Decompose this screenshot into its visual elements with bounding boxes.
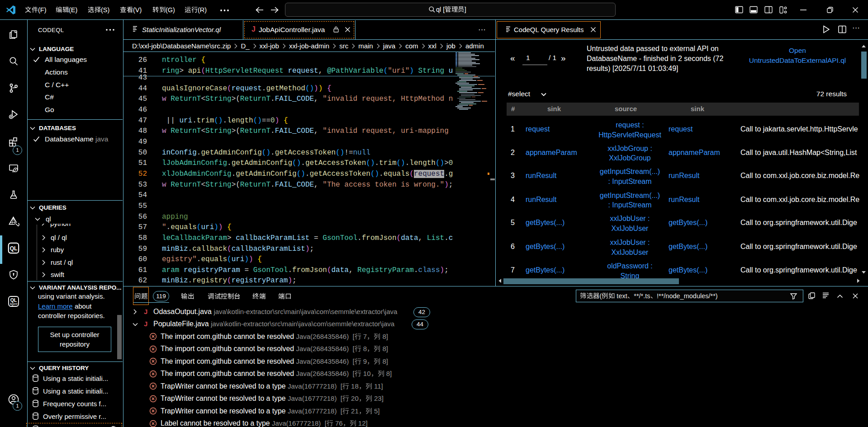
- svg-text:QL: QL: [10, 297, 17, 303]
- svg-text:Agent: Agent: [10, 302, 18, 306]
- svg-text:QL: QL: [10, 245, 18, 252]
